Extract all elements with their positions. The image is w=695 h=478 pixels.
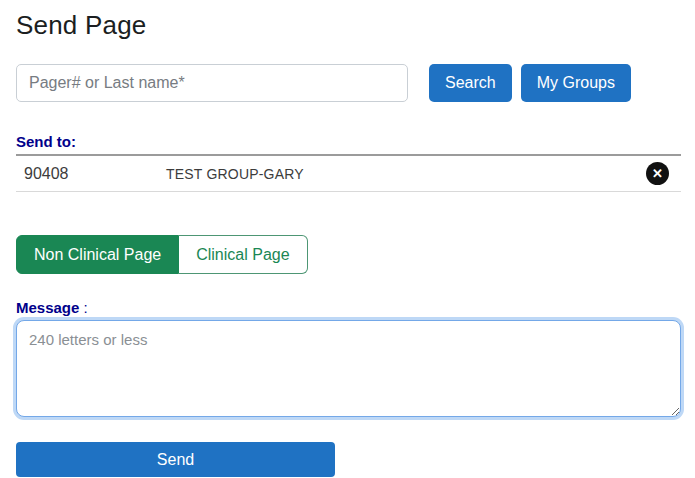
remove-recipient-icon[interactable]: ✕	[646, 162, 669, 185]
search-input[interactable]	[16, 64, 408, 102]
clinical-page-button[interactable]: Clinical Page	[179, 235, 307, 274]
page-type-toggle-group: Non Clinical Page Clinical Page	[16, 235, 308, 274]
recipient-pager-number: 90408	[16, 165, 166, 183]
non-clinical-page-button[interactable]: Non Clinical Page	[16, 235, 179, 274]
message-label: Message :	[16, 299, 679, 316]
search-button[interactable]: Search	[429, 64, 512, 102]
send-page-container: Send Page Search My Groups Send to: 9040…	[0, 0, 695, 477]
recipient-name: TEST GROUP-GARY	[166, 166, 646, 182]
send-button[interactable]: Send	[16, 442, 335, 477]
send-to-label: Send to:	[16, 133, 679, 150]
message-textarea[interactable]	[16, 320, 681, 417]
message-label-text: Message	[16, 299, 79, 316]
search-row: Search My Groups	[16, 64, 679, 102]
page-title: Send Page	[16, 10, 679, 41]
message-label-colon: :	[84, 299, 88, 316]
recipients-table: 90408 TEST GROUP-GARY ✕	[16, 154, 681, 192]
recipient-row: 90408 TEST GROUP-GARY ✕	[16, 156, 681, 192]
my-groups-button[interactable]: My Groups	[521, 64, 631, 102]
